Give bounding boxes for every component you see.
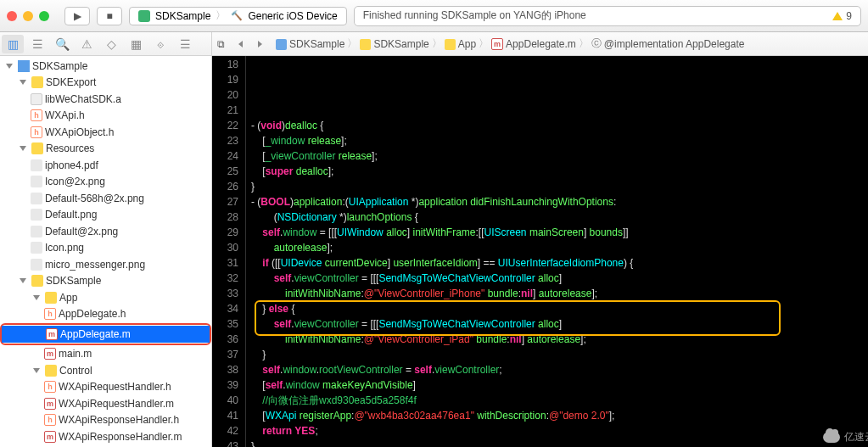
image-file-icon [31, 242, 42, 254]
code-area[interactable]: 亿速云 - (void)dealloc { [_window release];… [246, 56, 868, 447]
symbol-navigator-tab[interactable]: ☰ [26, 35, 48, 53]
close-window-button[interactable] [7, 11, 17, 21]
scheme-target-label: SDKSample [155, 10, 210, 22]
back-button[interactable] [238, 41, 243, 47]
jump-bar[interactable]: ⧉ SDKSample 〉 SDKSample 〉 App 〉 mAppDele… [212, 32, 868, 55]
tree-row[interactable]: SDKExport [0, 75, 211, 92]
image-file-icon [31, 209, 42, 221]
breadcrumb-item[interactable]: SDKSample [373, 38, 428, 50]
tree-row[interactable]: hWXApi.h [0, 108, 211, 125]
lib-file-icon [31, 93, 42, 105]
image-file-icon [31, 176, 42, 187]
issue-navigator-tab[interactable]: ⚠ [76, 35, 98, 53]
stop-button[interactable]: ■ [97, 7, 122, 25]
navigator-tabs: ▥ ☰ 🔍 ⚠ ◇ ▦ ⟐ ☰ [0, 32, 212, 55]
warning-icon [832, 12, 843, 20]
run-button[interactable]: ▶ [64, 7, 90, 25]
scheme-device-label: Generic iOS Device [248, 10, 337, 22]
image-file-icon [31, 226, 42, 237]
tree-row[interactable]: Control [0, 362, 211, 379]
tree-row[interactable]: SDKSample [0, 273, 211, 290]
status-text: Finished running SDKSample on YANG的 iPho… [363, 8, 586, 23]
app-icon [138, 10, 150, 22]
tree-row[interactable]: mWXApiResponseHandler.m [0, 428, 211, 445]
folder-icon [31, 76, 43, 88]
h-file-icon: h [44, 381, 56, 393]
breadcrumb-item[interactable]: @implementation AppDelegate [604, 38, 745, 50]
h-file-icon: h [44, 308, 56, 320]
tree-row[interactable]: Icon.png [0, 240, 211, 257]
zoom-window-button[interactable] [39, 11, 49, 21]
tree-row[interactable]: iphone4.pdf [0, 157, 211, 174]
tree-row[interactable]: Default@2x.png [0, 223, 211, 240]
image-file-icon [31, 159, 42, 171]
folder-icon [45, 365, 57, 377]
m-file-icon: m [491, 38, 503, 50]
tree-row[interactable]: Icon@2x.png [0, 174, 211, 191]
breadcrumb-item[interactable]: AppDelegate.m [506, 38, 576, 50]
project-icon [276, 39, 287, 50]
project-navigator-tab[interactable]: ▥ [2, 35, 24, 53]
forward-button[interactable] [258, 41, 262, 47]
breadcrumb-item[interactable]: App [458, 38, 476, 50]
tree-row[interactable]: Resources [0, 141, 211, 158]
tree-row[interactable]: Default-568h@2x.png [0, 190, 211, 207]
window-controls [7, 11, 49, 21]
tree-row[interactable]: mmain.m [0, 346, 211, 363]
breadcrumb-item[interactable]: SDKSample [289, 38, 344, 50]
tree-row[interactable]: mWXApiRequestHandler.m [0, 395, 211, 412]
h-file-icon: h [44, 414, 56, 426]
image-file-icon [31, 193, 42, 204]
h-file-icon: h [31, 109, 42, 121]
m-file-icon: m [44, 398, 56, 410]
source-editor[interactable]: 1819202122232425262728293031323334353637… [212, 56, 868, 447]
scheme-selector[interactable]: SDKSample 〉 🔨 Generic iOS Device [129, 7, 347, 25]
breakpoint-navigator-tab[interactable]: ⟐ [149, 35, 171, 53]
tree-row[interactable]: micro_messenger.png [0, 256, 211, 273]
activity-status[interactable]: Finished running SDKSample on YANG的 iPho… [354, 6, 861, 26]
folder-icon [445, 39, 456, 50]
project-icon [18, 60, 30, 72]
project-navigator[interactable]: SDKSampleSDKExportlibWeChatSDK.ahWXApi.h… [0, 56, 212, 447]
navigation-bar: ▥ ☰ 🔍 ⚠ ◇ ▦ ⟐ ☰ ⧉ SDKSample 〉 SDKSample … [0, 32, 868, 56]
report-navigator-tab[interactable]: ☰ [174, 35, 196, 53]
tree-row[interactable]: hWXApiObject.h [0, 124, 211, 141]
tree-row[interactable]: libWeChatSDK.a [0, 91, 211, 108]
folder-icon [45, 292, 57, 304]
folder-icon [360, 39, 371, 50]
m-file-icon: m [44, 348, 56, 360]
tree-row[interactable]: SDKSample [0, 58, 211, 75]
m-file-icon: m [46, 328, 58, 340]
toolbar: ▶ ■ SDKSample 〉 🔨 Generic iOS Device Fin… [0, 0, 868, 32]
line-gutter[interactable]: 1819202122232425262728293031323334353637… [212, 56, 246, 447]
warnings-indicator[interactable]: 9 [832, 10, 852, 22]
tree-row[interactable]: mAppDelegate.m [2, 326, 210, 343]
folder-icon [31, 275, 43, 287]
h-file-icon: h [31, 126, 42, 138]
minimize-window-button[interactable] [23, 11, 33, 21]
tree-row[interactable]: Default.png [0, 207, 211, 224]
m-file-icon: m [44, 431, 56, 443]
image-file-icon [31, 259, 42, 271]
test-navigator-tab[interactable]: ◇ [100, 35, 122, 53]
tree-row[interactable]: hAppDelegate.h [0, 306, 211, 323]
tree-row[interactable]: hWXApiResponseHandler.h [0, 412, 211, 429]
related-items-icon[interactable]: ⧉ [217, 38, 225, 50]
folder-icon [31, 142, 43, 154]
debug-navigator-tab[interactable]: ▦ [125, 35, 147, 53]
tree-row[interactable]: App [0, 289, 211, 306]
find-navigator-tab[interactable]: 🔍 [51, 35, 73, 53]
tree-row[interactable]: hWXApiRequestHandler.h [0, 379, 211, 396]
warning-count: 9 [846, 10, 852, 22]
